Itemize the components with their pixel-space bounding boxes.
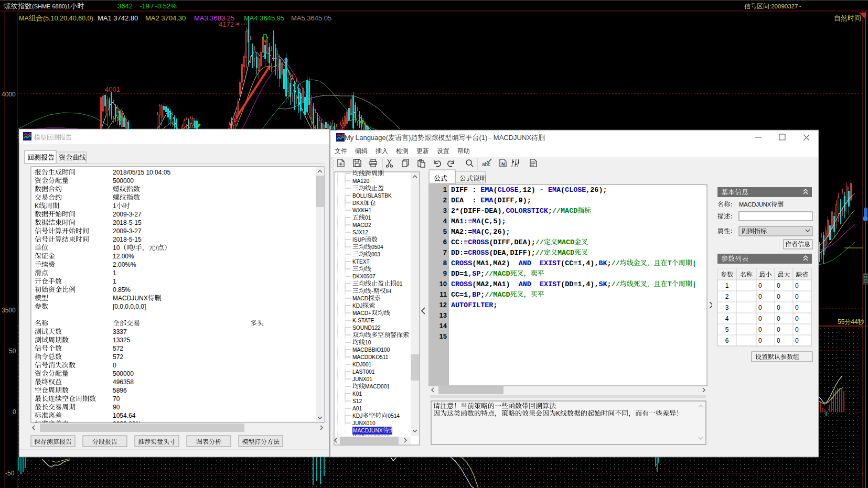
svg-text://MACD: //MACD xyxy=(485,270,510,278)
svg-text:DKX0507: DKX0507 xyxy=(352,274,376,279)
svg-text:0: 0 xyxy=(795,293,799,300)
svg-text:LAST001: LAST001 xyxy=(352,369,375,375)
svg-text:T: T xyxy=(668,259,672,267)
svg-text:MA: MA xyxy=(472,218,481,225)
svg-text:14: 14 xyxy=(440,322,447,330)
svg-text:AND: AND xyxy=(519,280,531,288)
svg-text:(CC=1,4),: (CC=1,4), xyxy=(561,259,598,267)
svg-text:A01: A01 xyxy=(352,406,362,411)
svg-text:4000: 4000 xyxy=(2,91,16,98)
svg-text:12: 12 xyxy=(440,301,447,309)
svg-text:WXKH1: WXKH1 xyxy=(352,208,372,213)
svg-text:2009-3-27: 2009-3-27 xyxy=(113,227,142,235)
svg-text:|: | xyxy=(692,280,696,288)
svg-text:MACD: MACD xyxy=(558,238,574,246)
svg-text:;: ; xyxy=(493,301,497,309)
svg-text:MA5 3645.05: MA5 3645.05 xyxy=(291,14,331,22)
svg-text:;: ; xyxy=(548,207,552,215)
svg-text:50: 50 xyxy=(9,348,16,355)
svg-text:K: K xyxy=(556,410,560,417)
svg-text:MA1 3742.80: MA1 3742.80 xyxy=(98,14,138,22)
svg-text:abc: abc xyxy=(482,161,490,167)
svg-text:0: 0 xyxy=(13,408,16,416)
svg-text:1: 1 xyxy=(725,282,729,289)
svg-text:572: 572 xyxy=(113,345,123,352)
svg-text:MACD: MACD xyxy=(352,296,368,301)
svg-text:MACD001: MACD001 xyxy=(365,384,390,389)
svg-text:AND: AND xyxy=(519,259,531,267)
svg-text:;: ; xyxy=(480,291,485,299)
svg-text:2018-5-15: 2018-5-15 xyxy=(113,236,142,243)
svg-text://: // xyxy=(612,280,620,288)
svg-text:2018-5-15: 2018-5-15 xyxy=(113,219,142,226)
svg-text:SK: SK xyxy=(598,280,607,288)
svg-text:BK: BK xyxy=(598,259,607,267)
svg-text:(DIFF,9);: (DIFF,9); xyxy=(493,197,531,204)
svg-text:BOLLISLASTBK: BOLLISLASTBK xyxy=(352,193,392,199)
svg-text://MACD: //MACD xyxy=(485,291,510,299)
svg-text:13: 13 xyxy=(440,311,447,319)
svg-text:2: 2 xyxy=(725,293,729,300)
svg-text:0: 0 xyxy=(777,293,780,300)
svg-text:5: 5 xyxy=(443,227,447,235)
svg-text:70: 70 xyxy=(113,395,120,403)
svg-text::20090327~: :20090327~ xyxy=(769,3,801,9)
svg-text:EMA: EMA xyxy=(480,197,494,204)
svg-text:MA: MA xyxy=(19,15,29,22)
svg-text:MA: MA xyxy=(472,228,481,236)
svg-text:01: 01 xyxy=(397,281,403,287)
svg-text:500000: 500000 xyxy=(113,177,134,185)
svg-text:EMA: EMA xyxy=(480,186,494,194)
svg-text:N: N xyxy=(501,161,505,167)
svg-text:3500: 3500 xyxy=(2,307,16,314)
svg-text:0.85%: 0.85% xyxy=(113,286,131,294)
svg-text://: // xyxy=(535,238,544,246)
svg-text:4: 4 xyxy=(443,217,447,225)
svg-text:CC:=: CC:= xyxy=(451,238,468,246)
svg-text:0: 0 xyxy=(795,315,799,322)
svg-text:0: 0 xyxy=(758,315,762,322)
svg-text:|: | xyxy=(692,259,696,267)
svg-text:1: 1 xyxy=(113,202,116,210)
svg-text:0: 0 xyxy=(113,362,116,369)
svg-text:(SHME 6880)1: (SHME 6880)1 xyxy=(32,3,70,9)
svg-text:KTEXT: KTEXT xyxy=(352,259,370,265)
svg-text:5896: 5896 xyxy=(113,387,127,394)
svg-text:SOUND122: SOUND122 xyxy=(352,325,381,331)
svg-text:0: 0 xyxy=(777,282,780,289)
svg-text:4: 4 xyxy=(725,315,729,322)
svg-text:0: 0 xyxy=(758,304,762,311)
svg-text:3: 3 xyxy=(725,304,729,311)
svg-text:1: 1 xyxy=(113,269,116,277)
svg-text:6: 6 xyxy=(725,337,729,344)
svg-text:10: 10 xyxy=(440,280,447,288)
svg-text:MACDDKO511: MACDDKO511 xyxy=(352,354,389,360)
svg-text:3642: 3642 xyxy=(117,2,133,10)
svg-text:0: 0 xyxy=(777,304,780,311)
svg-text:0504: 0504 xyxy=(371,244,383,250)
svg-text:0514: 0514 xyxy=(388,413,400,419)
svg-text:MA120: MA120 xyxy=(352,178,370,184)
svg-text:0: 0 xyxy=(758,282,762,289)
svg-text:9: 9 xyxy=(443,269,447,277)
svg-text:10: 10 xyxy=(113,244,120,252)
svg-text:0: 0 xyxy=(777,326,780,333)
svg-text://: // xyxy=(612,259,620,267)
svg-text:MACD+: MACD+ xyxy=(352,310,371,316)
svg-text:BP: BP xyxy=(472,291,480,299)
svg-text:500000: 500000 xyxy=(113,370,134,377)
svg-text:0: 0 xyxy=(795,326,799,333)
svg-text:-50: -50 xyxy=(5,470,15,477)
svg-text:K: K xyxy=(35,202,39,210)
svg-text:ISUP: ISUP xyxy=(352,237,365,243)
svg-text:(: ( xyxy=(561,186,565,194)
svg-text:2.00%%: 2.00%% xyxy=(113,261,136,268)
svg-text:KDJ001: KDJ001 xyxy=(352,362,372,367)
svg-text:2018/05/15 10:04:05: 2018/05/15 10:04:05 xyxy=(113,169,170,176)
svg-text:11: 11 xyxy=(440,290,447,298)
svg-text:2009-3-27: 2009-3-27 xyxy=(113,211,142,218)
svg-text:-: - xyxy=(371,288,373,294)
svg-text:0: 0 xyxy=(795,282,799,289)
svg-text:MACDBBIO100: MACDBBIO100 xyxy=(352,347,390,353)
svg-text:CROSS: CROSS xyxy=(468,238,489,246)
